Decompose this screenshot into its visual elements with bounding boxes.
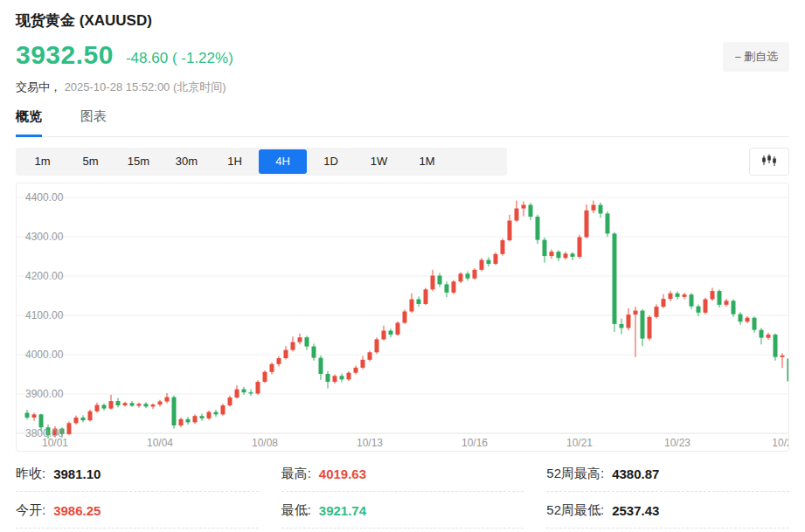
timeframe-1w[interactable]: 1W (355, 149, 403, 174)
svg-text:3900.00: 3900.00 (25, 388, 64, 400)
timeframe-4h[interactable]: 4H (259, 149, 307, 174)
timeframe-5m[interactable]: 5m (66, 149, 115, 174)
svg-text:10/2: 10/2 (772, 437, 789, 449)
stat-day-high: 最高: 4019.63 (281, 455, 524, 492)
stat-prev-close: 昨收: 3981.10 (16, 455, 259, 492)
svg-text:4400.00: 4400.00 (25, 191, 64, 204)
timeframe-1h[interactable]: 1H (211, 149, 259, 174)
price-change: -48.60 ( -1.22%) (126, 50, 233, 67)
last-price: 3932.50 (16, 42, 114, 68)
stat-day-low: 最低: 3921.74 (281, 492, 524, 529)
view-tabs: 概览 图表 (16, 108, 789, 137)
tab-overview[interactable]: 概览 (16, 108, 42, 136)
svg-text:10/23: 10/23 (664, 437, 690, 449)
stat-52w-low: 52周最低: 2537.43 (546, 492, 789, 529)
svg-text:10/13: 10/13 (357, 437, 383, 449)
timeframe-toolbar: 1m 5m 15m 30m 1H 4H 1D 1W 1M (16, 148, 789, 176)
svg-text:4100.00: 4100.00 (25, 309, 64, 321)
price-chart[interactable]: 4400.004300.004200.004100.004000.003900.… (16, 183, 789, 452)
minus-icon: − (734, 52, 741, 63)
instrument-title: 现货黄金 (XAUUSD) (16, 10, 789, 31)
svg-text:10/01: 10/01 (42, 437, 68, 449)
remove-watchlist-label: 删自选 (744, 49, 778, 65)
svg-text:10/08: 10/08 (252, 437, 278, 449)
candlestick-chart-icon (761, 154, 777, 170)
chart-style-button[interactable] (749, 148, 789, 176)
remove-watchlist-button[interactable]: − 删自选 (723, 42, 789, 72)
svg-text:10/04: 10/04 (147, 437, 173, 449)
timeframe-30m[interactable]: 30m (163, 149, 211, 174)
quote-timestamp: 2025-10-28 15:52:00 (北京时间) (65, 80, 226, 93)
quote-stats: 昨收: 3981.10 最高: 4019.63 52周最高: 4380.87 今… (16, 455, 789, 529)
timeframe-1m[interactable]: 1m (18, 149, 66, 174)
candlestick-svg: 4400.004300.004200.004100.004000.003900.… (17, 183, 789, 451)
trading-status: 交易中， (16, 80, 61, 93)
quote-header: 现货黄金 (XAUUSD) 3932.50 -48.60 ( -1.22%) −… (0, 0, 805, 137)
timeframe-1d[interactable]: 1D (307, 149, 355, 174)
svg-text:4300.00: 4300.00 (25, 231, 64, 243)
stat-open: 今开: 3986.25 (16, 492, 259, 529)
timeframe-bar: 1m 5m 15m 30m 1H 4H 1D 1W 1M (16, 148, 507, 176)
tab-chart[interactable]: 图表 (80, 108, 107, 136)
stat-52w-high: 52周最高: 4380.87 (546, 455, 789, 492)
svg-text:4200.00: 4200.00 (25, 270, 64, 282)
timeframe-1m-month[interactable]: 1M (403, 149, 451, 174)
svg-text:10/16: 10/16 (461, 437, 488, 449)
svg-text:10/21: 10/21 (566, 437, 593, 449)
timeframe-15m[interactable]: 15m (115, 149, 163, 174)
svg-text:4000.00: 4000.00 (25, 349, 64, 361)
